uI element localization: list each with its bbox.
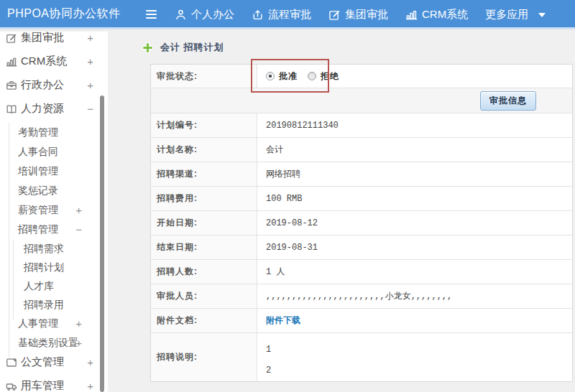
form-row: 招聘说明:12 [151,333,572,381]
expand-toggle-icon[interactable]: + [87,380,93,392]
form-row: 计划编号:20190812111340 [151,113,572,138]
nav-item-1[interactable]: 个人办公 [175,8,234,22]
field-label: 附件文档: [151,309,257,332]
form-row: 计划名称:会计 [151,138,572,162]
sidebar-item-label: 行政办公 [21,78,64,92]
field-label: 招聘费用: [151,187,257,210]
nav-item-4[interactable]: CRM系统 [405,8,468,22]
form-row: 开始日期:2019-08-12 [151,211,572,235]
form-row: 招聘渠道:网络招聘 [151,162,572,187]
sidebar-item-label: 基础类别设置 [18,337,78,350]
sidebar-item-用车管理[interactable]: 用车管理+ [0,380,108,392]
user-icon [175,9,187,21]
page-header: 会计 招聘计划 [108,32,575,54]
expand-toggle-icon[interactable]: + [87,79,93,91]
sidebar-scrollbar[interactable] [100,95,104,392]
sidebar-item-薪资管理[interactable]: 薪资管理+ [0,204,108,216]
form-row: 招聘费用:100 RMB [151,187,572,211]
sidebar-item-label: 奖惩记录 [18,185,58,197]
sidebar-item-label: 用车管理 [21,379,64,392]
expand-toggle-icon[interactable]: + [87,356,93,368]
field-label: 招聘渠道: [151,162,257,186]
expand-toggle-icon[interactable]: + [87,55,93,67]
doc-icon [6,357,17,368]
field-label: 招聘说明: [151,333,257,381]
attachment-download-link[interactable]: 附件下载 [266,314,300,327]
top-navbar: PHPOA协同办公软件 个人办公流程审批集团审批CRM系统更多应用 [0,0,575,29]
app-title: PHPOA协同办公软件 [7,6,121,22]
field-label: 计划编号: [151,113,257,137]
sidebar-item-培训管理[interactable]: 培训管理 [0,165,108,177]
sidebar-item-label: 人事管理 [18,317,58,330]
expand-toggle-icon[interactable]: + [75,317,82,330]
sidebar-item-人事合同[interactable]: 人事合同 [0,146,108,158]
nav-item-label: 流程审批 [268,8,311,22]
sidebar-item-人事管理[interactable]: 人事管理+ [0,317,108,330]
radio-label: 批准 [279,70,298,83]
sidebar-item-招聘管理[interactable]: 招聘管理− [0,223,108,235]
nav-item-label: 个人办公 [191,8,234,22]
nav-item-2[interactable]: 流程审批 [252,8,311,22]
sidebar-item-考勤管理[interactable]: 考勤管理 [0,126,108,139]
sidebar-item-label: 公文管理 [21,355,64,369]
radio-option-批准: 批准 [266,70,298,83]
expand-toggle-icon[interactable]: − [75,223,82,235]
sidebar-item-基础类别设置[interactable]: 基础类别设置+ [0,337,108,349]
caret-down-icon [538,13,546,17]
field-label: 招聘人数: [151,260,257,284]
sidebar-item-label: 人事合同 [18,146,58,159]
sidebar-item-招聘需求[interactable]: 招聘需求 [0,243,108,255]
sidebar-item-集团审批[interactable]: 集团审批+ [0,32,108,44]
sidebar-item-label: 招聘录用 [24,299,64,312]
main-content: 会计 招聘计划 审批状态: 批准拒绝 审批信息 计划编号:20190812111… [108,32,575,392]
sidebar-item-label: 薪资管理 [18,204,58,217]
sidebar-item-label: 考勤管理 [18,126,58,139]
sidebar-item-label: 招聘管理 [18,223,58,236]
sidebar-item-CRM系统[interactable]: CRM系统+ [0,55,108,67]
approval-info-button[interactable]: 审批信息 [480,91,536,111]
car-icon [6,381,17,392]
sidebar-item-人才库[interactable]: 人才库 [0,280,108,292]
chart-icon [6,56,17,67]
hamburger-menu-icon[interactable] [146,10,157,21]
field-value: 2019-08-31 [257,235,572,259]
field-value: 网络招聘 [257,162,572,186]
chart-icon [405,9,418,21]
add-icon [142,42,154,54]
nav-item-label: 集团审批 [345,8,388,22]
field-value: 会计 [257,138,572,162]
nav-item-label: CRM系统 [422,8,468,22]
edit-icon [6,32,17,44]
field-value: 20190812111340 [257,113,572,137]
sidebar-item-招聘计划[interactable]: 招聘计划 [0,261,108,274]
expand-toggle-icon[interactable]: − [87,103,93,115]
sidebar-item-行政办公[interactable]: 行政办公+ [0,79,108,91]
nav-item-3[interactable]: 集团审批 [328,8,388,22]
sidebar-item-招聘录用[interactable]: 招聘录用 [0,299,108,311]
radio-button[interactable] [266,72,275,80]
field-value: 附件下载 [257,309,572,332]
top-menu: 个人办公流程审批集团审批CRM系统更多应用 [175,0,546,29]
field-label: 审批状态: [151,65,257,88]
sidebar-item-公文管理[interactable]: 公文管理+ [0,356,108,368]
radio-button[interactable] [308,72,316,80]
sidebar-item-label: 集团审批 [21,32,64,45]
form-row-button: 审批信息 [151,88,572,113]
approval-form: 审批状态: 批准拒绝 审批信息 计划编号:20190812111340计划名称:… [150,64,573,382]
sidebar-item-奖惩记录[interactable]: 奖惩记录 [0,185,108,197]
radio-label: 拒绝 [321,70,339,83]
field-value: 2019-08-12 [257,211,572,235]
field-value: 100 RMB [257,187,572,210]
form-row: 附件文档:附件下载 [151,309,572,333]
nav-item-5[interactable]: 更多应用 [485,8,546,22]
field-label: 计划名称: [151,138,257,162]
sidebar-item-人力资源[interactable]: 人力资源− [0,103,108,115]
approval-radio-group: 批准拒绝 [257,65,572,88]
expand-toggle-icon[interactable]: + [75,204,82,216]
field-value: 1 人 [257,260,572,284]
edit-icon [328,9,341,21]
expand-toggle-icon[interactable]: + [75,337,82,349]
form-row-approval-status: 审批状态: 批准拒绝 [151,65,572,88]
expand-toggle-icon[interactable]: + [87,32,93,44]
form-row: 招聘人数:1 人 [151,260,572,284]
